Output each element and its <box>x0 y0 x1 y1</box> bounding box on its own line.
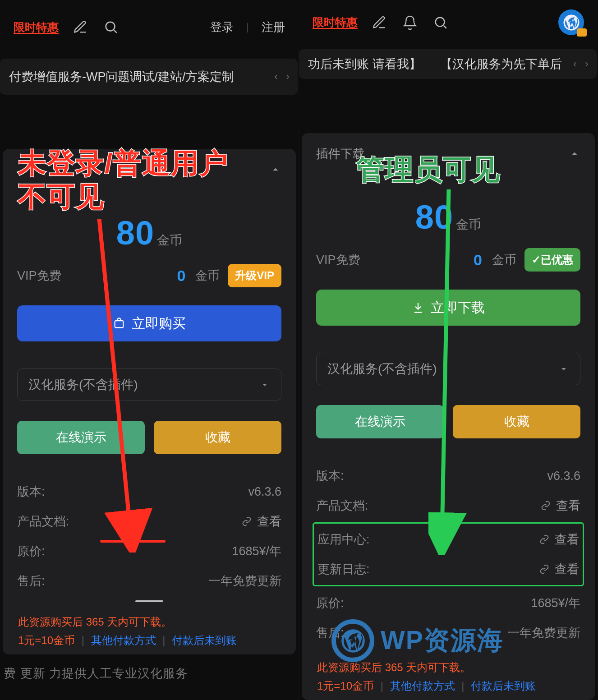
topbar-right: 限时特惠 <box>299 0 598 45</box>
footer-line1: 此资源购买后 365 天内可下载。 <box>317 661 471 673</box>
meta-orig-label: 原价: <box>316 595 344 611</box>
payment-not-received-link[interactable]: 付款后未到账 <box>471 680 536 692</box>
footer-line1: 此资源购买后 365 天内可下载。 <box>18 616 172 628</box>
collapse-icon[interactable] <box>270 164 281 175</box>
link-icon <box>541 501 551 511</box>
ticker-next-icon[interactable]: › <box>581 58 592 70</box>
footer-rate: 1元=10金币 <box>317 680 374 692</box>
upgrade-vip-button[interactable]: 升级VIP <box>228 264 281 287</box>
meta-support-value: 一年免费更新 <box>208 573 281 589</box>
bell-icon[interactable] <box>401 14 419 32</box>
download-card-right: 插件下载 80金币 VIP免费 0 金币 ✓已优惠 <box>302 133 595 700</box>
truncated-row: 费 更新 力提供人工专业汉化服务 <box>3 665 296 682</box>
meta-orig-value: 1685¥/年 <box>232 543 281 559</box>
ticker-text-1: 功后未到账 请看我】 <box>308 56 421 72</box>
left-pane: 限时特惠 登录 | 注册 付费增值服务-WP问题调试/建站/方案定制 ‹ › 插… <box>0 0 299 700</box>
meta-orig-value: 1685¥/年 <box>531 595 580 611</box>
edit-icon[interactable] <box>370 14 388 32</box>
vip-price: 0 <box>177 267 185 285</box>
preview-button[interactable]: 在线演示 <box>316 405 444 438</box>
footer-rate: 1元=10金币 <box>18 634 75 646</box>
news-ticker-left[interactable]: 付费增值服务-WP问题调试/建站/方案定制 ‹ › <box>0 59 298 95</box>
meta-appcenter-link[interactable]: 查看 <box>539 531 579 548</box>
price-unit: 金币 <box>456 217 481 231</box>
right-pane: 限时特惠 功后未到账 请看我】 【汉化服务为先下单后 ‹ › <box>299 0 598 700</box>
svg-rect-1 <box>115 321 124 327</box>
buy-now-label: 立即购买 <box>132 314 186 333</box>
meta-list-left: 版本: v6.3.6 产品文档: 查看 原价: <box>17 477 281 602</box>
other-payment-link[interactable]: 其他付款方式 <box>91 634 156 646</box>
link-icon <box>242 516 252 526</box>
meta-appcenter-label: 应用中心: <box>317 531 370 548</box>
auth-divider: | <box>246 21 249 33</box>
underline-red <box>100 540 166 543</box>
discount-badge: ✓已优惠 <box>524 248 580 272</box>
price-display: 80金币 <box>17 214 281 252</box>
drag-handle <box>135 600 163 602</box>
link-icon <box>539 534 549 544</box>
vip-unit: 金币 <box>492 252 516 268</box>
sale-link[interactable]: 限时特惠 <box>313 15 358 30</box>
price-unit: 金币 <box>157 233 182 247</box>
overlay-label-right: 管理员可见 <box>356 153 501 186</box>
topbar-left: 限时特惠 登录 | 注册 <box>0 0 299 54</box>
other-payment-link[interactable]: 其他付款方式 <box>390 680 455 692</box>
overlay-label-left: 未登录/普通用户 不可见 <box>18 147 229 214</box>
price-display: 80金币 <box>316 198 580 236</box>
ticker-prev-icon[interactable]: ‹ <box>271 71 281 83</box>
footer-notes-left: 此资源购买后 365 天内可下载。 1元=10金币 | 其他付款方式 | 付款后… <box>18 613 281 650</box>
search-icon[interactable] <box>102 18 120 36</box>
favorite-button[interactable]: 收藏 <box>154 421 281 454</box>
search-icon[interactable] <box>432 14 450 32</box>
vip-unit: 金币 <box>195 267 220 284</box>
meta-support-label: 售后: <box>17 573 45 589</box>
svg-point-2 <box>436 17 445 26</box>
ticker-nav: ‹ › <box>570 49 592 79</box>
meta-support-value: 一年免费更新 <box>507 625 580 641</box>
meta-docs-label: 产品文档: <box>17 513 69 530</box>
admin-only-highlight: 应用中心: 查看 更新日志: <box>313 522 584 586</box>
meta-docs-link[interactable]: 查看 <box>242 513 281 530</box>
footer-notes-right: 此资源购买后 365 天内可下载。 1元=10金币 | 其他付款方式 | 付款后… <box>317 659 580 695</box>
meta-docs-link[interactable]: 查看 <box>541 497 580 514</box>
svg-point-0 <box>106 22 115 31</box>
meta-changelog-link[interactable]: 查看 <box>539 561 579 577</box>
ticker-prev-icon[interactable]: ‹ <box>570 58 580 70</box>
payment-not-received-link[interactable]: 付款后未到账 <box>172 634 237 646</box>
download-now-button[interactable]: 立即下载 <box>316 290 580 326</box>
chevron-down-icon <box>558 364 569 374</box>
meta-version-label: 版本: <box>316 468 344 484</box>
vip-label: VIP免费 <box>316 252 360 268</box>
vip-label: VIP免费 <box>17 267 61 284</box>
login-link[interactable]: 登录 <box>210 19 234 35</box>
ticker-text: 付费增值服务-WP问题调试/建站/方案定制 <box>9 69 235 85</box>
buy-now-button[interactable]: 立即购买 <box>17 305 281 341</box>
ticker-nav: ‹ › <box>271 59 293 95</box>
crown-icon <box>577 28 587 37</box>
vip-price: 0 <box>474 251 482 269</box>
price-value: 80 <box>415 198 453 236</box>
preview-button[interactable]: 在线演示 <box>17 421 145 454</box>
meta-orig-label: 原价: <box>17 543 45 559</box>
service-select[interactable]: 汉化服务(不含插件) <box>17 368 281 401</box>
service-select-label: 汉化服务(不含插件) <box>327 360 437 378</box>
ticker-text-2: 【汉化服务为先下单后 <box>440 56 562 72</box>
meta-version-value: v6.3.6 <box>547 469 580 483</box>
favorite-button[interactable]: 收藏 <box>453 405 580 438</box>
sale-link[interactable]: 限时特惠 <box>14 20 59 35</box>
register-link[interactable]: 注册 <box>262 19 285 35</box>
edit-icon[interactable] <box>71 18 89 36</box>
avatar[interactable] <box>558 9 584 35</box>
cart-icon <box>113 317 125 330</box>
download-now-label: 立即下载 <box>431 299 485 317</box>
meta-version-value: v6.3.6 <box>248 485 281 499</box>
chevron-down-icon <box>259 379 270 390</box>
collapse-icon[interactable] <box>569 148 580 160</box>
meta-docs-label: 产品文档: <box>316 497 368 514</box>
ticker-next-icon[interactable]: › <box>282 71 293 83</box>
link-icon <box>539 564 549 574</box>
news-ticker-right[interactable]: 功后未到账 请看我】 【汉化服务为先下单后 ‹ › <box>299 49 597 79</box>
watermark-text: WP资源海 <box>381 623 504 658</box>
service-select[interactable]: 汉化服务(不含插件) <box>316 353 580 385</box>
wordpress-icon <box>331 619 374 662</box>
